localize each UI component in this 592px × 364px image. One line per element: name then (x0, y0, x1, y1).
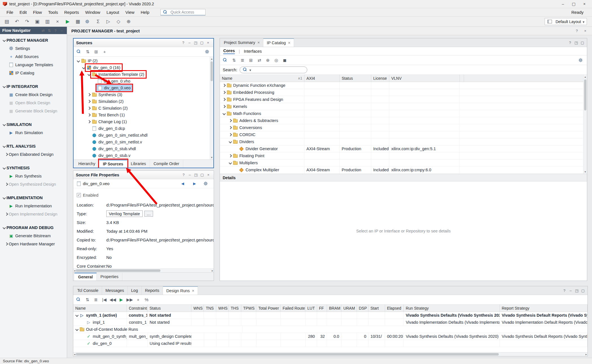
sources-vertical-scrollbar[interactable]: ▴ ▾ (210, 57, 213, 159)
collapse-all-button[interactable]: ⇅ (83, 296, 91, 303)
minimize-button[interactable]: ‒ (558, 1, 568, 7)
restore-hierarchy-button[interactable]: ⊞ (247, 57, 255, 64)
chevron-right-icon[interactable] (87, 94, 91, 96)
settings-gear-button[interactable] (202, 180, 211, 188)
close-icon[interactable]: × (288, 41, 290, 45)
column-header-uram[interactable]: URAM (341, 305, 357, 312)
chevron-right-icon[interactable] (4, 213, 9, 215)
expand-all-button[interactable]: ≣ (238, 57, 246, 64)
step-button[interactable]: ▷ (104, 18, 113, 26)
type-dropdown[interactable]: Verilog Template (106, 210, 143, 217)
quick-access-search[interactable]: Quick Access (160, 9, 206, 15)
tab-log[interactable]: Log (128, 286, 142, 295)
column-header-lut[interactable]: LUT (305, 305, 317, 312)
customize-ip-button[interactable]: ⊕ (264, 57, 272, 64)
ip-settings-button[interactable]: ◎ (272, 57, 280, 64)
chevron-right-icon[interactable] (87, 121, 91, 123)
edit-button[interactable]: ◇ (114, 18, 123, 26)
help-icon[interactable]: ? (562, 288, 567, 293)
chevron-right-icon[interactable] (222, 91, 226, 94)
scroll-left-icon[interactable]: ◂ (74, 353, 75, 356)
flow-section-header-implementation[interactable]: IMPLEMENTATION (0, 194, 67, 202)
collapse-all-button[interactable]: ⇅ (84, 48, 92, 56)
run-row-out-of-context-module-runs[interactable]: Out-of-Context Module Runs (73, 326, 587, 333)
column-header-bram[interactable]: BRAM (327, 305, 341, 312)
settings-button[interactable] (83, 18, 92, 26)
step-to-start-button[interactable]: |◀ (100, 296, 108, 303)
column-header-status[interactable]: Status (147, 305, 191, 312)
catalog-row-embedded-processing[interactable]: Embedded Processing (220, 89, 587, 96)
column-header-whs[interactable]: WHS (216, 305, 229, 312)
catalog-row-math-functions[interactable]: Math Functions (220, 110, 587, 117)
close-icon[interactable]: × (205, 40, 211, 46)
report-button[interactable]: ▦ (73, 18, 82, 26)
chevron-down-icon[interactable] (2, 123, 6, 126)
catalog-row-multiplier[interactable]: MultiplierProductionIncludedxilinx.com:i… (220, 174, 587, 174)
layout-selector[interactable]: Default Layout (545, 18, 587, 25)
column-header-tpws[interactable]: TPWS (241, 305, 257, 312)
chevron-right-icon[interactable] (4, 153, 9, 156)
menu-layout[interactable]: Layout (103, 9, 122, 16)
add-sources-button[interactable]: + (101, 48, 109, 56)
run-row-mult-gen-0-synth-1[interactable]: ✓mult_gen_0_synth_1mult_gen_0synth_desig… (73, 333, 587, 340)
forward-button[interactable]: ▶ (190, 180, 199, 188)
tree-item-div-gen-0-stub-v[interactable]: div_gen_0_stub.v (74, 152, 213, 159)
column-header-dsp[interactable]: DSP (357, 305, 368, 312)
catalog-row-conversions[interactable]: Conversions (220, 124, 587, 131)
scroll-thumb[interactable] (76, 353, 499, 356)
save-button[interactable]: ▤ (2, 18, 11, 26)
maximize-icon[interactable]: ▢ (580, 40, 585, 45)
copy-button[interactable]: ▥ (43, 18, 52, 26)
flow-item-language-templates[interactable]: Language Templates (0, 61, 67, 69)
undo-button[interactable]: ↶ (12, 18, 21, 26)
settings-gear-button[interactable] (577, 57, 585, 64)
scroll-up-icon[interactable]: ▴ (584, 75, 586, 78)
column-header-tns[interactable]: TNS (204, 305, 216, 312)
menu-flow[interactable]: Flow (30, 9, 45, 16)
scroll-left-icon[interactable]: ◂ (74, 269, 75, 272)
maximize-button[interactable]: ▢ (569, 1, 578, 7)
flow-item-add-sources[interactable]: +Add Sources (0, 52, 67, 61)
runs-horizontal-scrollbar[interactable]: ◂ ▸ (73, 352, 587, 356)
collapse-all-button[interactable]: ⇅ (230, 57, 238, 64)
chevron-down-icon[interactable] (2, 85, 6, 88)
chevron-right-icon[interactable] (228, 155, 233, 157)
catalog-row-cordic[interactable]: CORDIC (220, 131, 587, 138)
help-icon[interactable]: ? (574, 28, 580, 34)
tree-item-ip[interactable]: IP (2) (74, 57, 213, 64)
tab-properties[interactable]: Properties (97, 273, 122, 281)
tree-item-synthesis[interactable]: Synthesis (3) (74, 91, 213, 98)
scroll-down-icon[interactable]: ▾ (584, 170, 586, 173)
chevron-down-icon[interactable] (81, 66, 86, 69)
flow-item-run-synthesis[interactable]: ▶Run Synthesis (0, 172, 67, 180)
column-header-vlnv[interactable]: VLNV (389, 75, 460, 82)
catalog-row-dividers[interactable]: Dividers (220, 138, 587, 145)
menu-help[interactable]: Help (138, 9, 153, 16)
column-header-failed-routes[interactable]: Failed Routes (280, 305, 305, 312)
sum-button[interactable]: Σ (94, 18, 103, 26)
flow-section-header-rtl-analysis[interactable]: RTL ANALYSIS (0, 142, 67, 150)
close-button[interactable]: × (580, 1, 589, 7)
tree-item-div-gen-0-sim-netlist-vhdl[interactable]: div_gen_0_sim_netlist.vhdl (74, 132, 213, 139)
scroll-thumb[interactable] (76, 269, 160, 272)
chevron-down-icon[interactable] (76, 60, 81, 62)
catalog-row-floating-point[interactable]: Floating Point (220, 152, 587, 159)
scroll-down-icon[interactable]: ▾ (211, 156, 212, 159)
chevron-down-icon[interactable] (74, 314, 79, 316)
flow-section-header-ip-integrator[interactable]: IP INTEGRATOR (0, 83, 67, 90)
chevron-right-icon[interactable] (4, 183, 9, 185)
flow-item-run-simulation[interactable]: ▶Run Simulation (0, 128, 67, 137)
flow-item-ip-catalog[interactable]: IP Catalog (0, 69, 67, 77)
tree-item-div-gen-0-sim-netlist-v[interactable]: div_gen_0_sim_netlist.v (74, 139, 213, 145)
tree-item-c-simulation[interactable]: C Simulation (2) (74, 105, 213, 112)
tab-messages[interactable]: Messages (102, 286, 128, 295)
flow-item-run-implementation[interactable]: ▶Run Implementation (0, 202, 67, 210)
search-button[interactable] (75, 48, 83, 56)
rewind-button[interactable]: ◀◀ (109, 296, 117, 303)
stop-button[interactable]: ◼ (281, 57, 289, 64)
search-button[interactable] (222, 57, 229, 64)
tree-item-div-gen-0-vho[interactable]: div_gen_0.vho (74, 78, 213, 85)
scroll-up-icon[interactable]: ▴ (211, 57, 212, 60)
chevron-down-icon[interactable] (74, 328, 79, 330)
chevron-right-icon[interactable] (228, 126, 233, 129)
